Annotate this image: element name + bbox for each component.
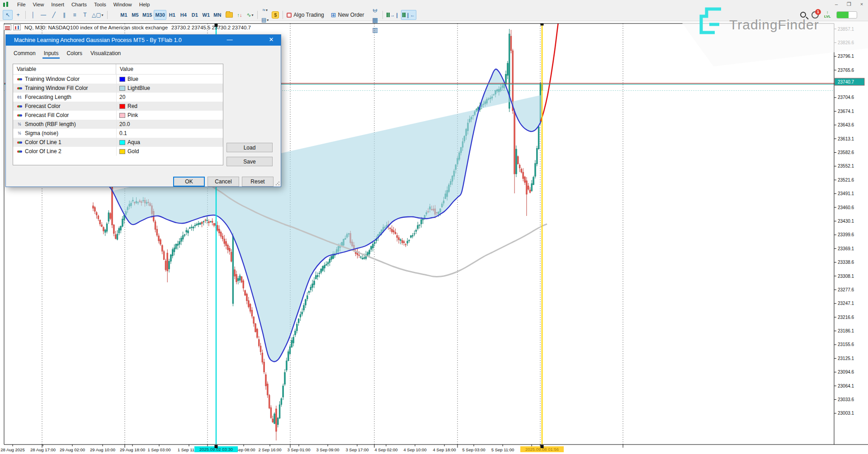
tab-colors[interactable]: Colors bbox=[62, 49, 86, 59]
menu-item-tools[interactable]: Tools bbox=[90, 1, 110, 8]
menu-item-view[interactable]: View bbox=[29, 1, 48, 8]
ok-button[interactable]: OK bbox=[173, 177, 205, 187]
menu-item-help[interactable]: Help bbox=[136, 1, 154, 8]
svg-text:3 Sep 01:00: 3 Sep 01:00 bbox=[287, 447, 310, 452]
dialog-close-button[interactable]: ✕ bbox=[264, 35, 278, 46]
param-value[interactable]: Aqua bbox=[127, 139, 140, 145]
timeframe-h4-button[interactable]: H4 bbox=[178, 10, 189, 20]
indicators-button[interactable]: ∿▾ bbox=[245, 10, 255, 20]
svg-text:29 Aug 02:00: 29 Aug 02:00 bbox=[60, 447, 85, 452]
param-value[interactable]: Gold bbox=[127, 148, 139, 154]
menu-item-charts[interactable]: Charts bbox=[68, 1, 90, 8]
shift-end-button[interactable]: →❘ bbox=[385, 10, 401, 20]
svg-text:23033.6: 23033.6 bbox=[838, 397, 854, 402]
reset-button[interactable]: Reset bbox=[242, 177, 274, 187]
timeframe-mn-button[interactable]: MN bbox=[212, 10, 223, 20]
new-order-button[interactable]: ⊞ New Order bbox=[330, 10, 366, 20]
fibonacci-icon: ≡ bbox=[73, 12, 76, 18]
close-button[interactable]: × bbox=[857, 0, 866, 8]
table-row[interactable]: 01Forecasting Length20 bbox=[13, 93, 223, 102]
table-row[interactable]: Forecast ColorRed bbox=[13, 102, 223, 111]
timeframe-h1-button[interactable]: H1 bbox=[167, 10, 178, 20]
algo-trading-icon bbox=[287, 13, 292, 18]
timeframe-m1-button[interactable]: M1 bbox=[118, 10, 129, 20]
search-icon[interactable] bbox=[800, 12, 806, 18]
table-row[interactable]: ½Smooth (RBF length)20.0 bbox=[13, 120, 223, 129]
time-axis: 28 Aug 202528 Aug 17:0029 Aug 02:0029 Au… bbox=[0, 445, 623, 452]
param-value[interactable]: LightBlue bbox=[127, 85, 150, 91]
channel-button[interactable]: ∥ bbox=[59, 10, 69, 20]
svg-text:23369.1: 23369.1 bbox=[838, 246, 854, 251]
channel-icon: ∥ bbox=[63, 12, 66, 18]
menu-item-window[interactable]: Window bbox=[110, 1, 136, 8]
shapes-button[interactable]: △▢▾ bbox=[90, 10, 105, 20]
level-label: LVL bbox=[824, 14, 831, 19]
one-click-panel-icon[interactable] bbox=[4, 24, 11, 30]
table-row[interactable]: ½Sigma (noise)0.1 bbox=[13, 129, 223, 138]
trendline-button[interactable]: ╱ bbox=[49, 10, 59, 20]
param-value[interactable]: 20.0 bbox=[119, 121, 130, 127]
table-row[interactable]: Training Window ColorBlue bbox=[13, 75, 223, 84]
algo-trading-label: Algo Trading bbox=[293, 12, 324, 18]
restore-button[interactable]: ❐ bbox=[844, 0, 854, 8]
dialog-minimize-button[interactable]: — bbox=[223, 35, 236, 46]
fibonacci-button[interactable]: ≡ bbox=[70, 10, 80, 20]
connection-toggle[interactable] bbox=[836, 11, 857, 19]
table-row[interactable]: Color Of Line 1Aqua bbox=[13, 138, 223, 147]
tab-common[interactable]: Common bbox=[9, 49, 40, 59]
algo-trading-button[interactable]: Algo Trading bbox=[285, 10, 325, 20]
load-button[interactable]: Load bbox=[226, 143, 273, 152]
param-value[interactable]: 20 bbox=[119, 94, 125, 100]
tile-windows-button[interactable]: ▦ bbox=[370, 15, 380, 25]
menu-item-insert[interactable]: Insert bbox=[47, 1, 68, 8]
tile-windows-icon: ▦ bbox=[372, 16, 378, 23]
chart-window-button[interactable]: ▤▾ bbox=[260, 15, 270, 25]
resize-grip[interactable] bbox=[275, 181, 280, 186]
vertical-line-button[interactable]: │ bbox=[28, 10, 38, 20]
one-click-trading-button[interactable]: $ bbox=[270, 10, 280, 20]
timeframe-d1-button[interactable]: D1 bbox=[189, 10, 200, 20]
new-order-icon: ⊞ bbox=[331, 11, 336, 19]
table-row[interactable]: Training Window Fill ColorLightBlue bbox=[13, 84, 223, 93]
param-name: Sigma (noise) bbox=[25, 130, 58, 136]
table-row[interactable]: Color Of Line 2Gold bbox=[13, 147, 223, 156]
chart-ohlc-values: 23730.2 23745.5 23730.2 23740.7 bbox=[171, 25, 251, 30]
cursor-button[interactable]: ↖ bbox=[3, 10, 13, 20]
timeframe-m30-button[interactable]: M30 bbox=[154, 10, 166, 20]
text-tool-button[interactable]: T bbox=[80, 10, 90, 20]
minimize-button[interactable]: – bbox=[832, 0, 841, 8]
color-param-icon bbox=[16, 150, 23, 153]
tab-inputs[interactable]: Inputs bbox=[40, 49, 63, 59]
svg-text:23765.6: 23765.6 bbox=[838, 68, 854, 73]
svg-text:1 Sep 03:00: 1 Sep 03:00 bbox=[147, 447, 170, 452]
timeframe-m15-button[interactable]: M15 bbox=[141, 10, 153, 20]
notification-icon[interactable]: 1 bbox=[811, 11, 819, 19]
save-button[interactable]: Save bbox=[226, 157, 273, 166]
param-value[interactable]: 0.1 bbox=[119, 130, 127, 136]
cancel-button[interactable]: Cancel bbox=[208, 177, 239, 187]
table-row[interactable]: Forecast Fill ColorPink bbox=[13, 111, 223, 120]
column-header-variable: Variable bbox=[13, 64, 116, 74]
svg-text:29 Aug 10:00: 29 Aug 10:00 bbox=[90, 447, 115, 452]
timeframe-w1-button[interactable]: W1 bbox=[201, 10, 212, 20]
crosshair-button[interactable]: + bbox=[13, 10, 23, 20]
param-name: Color Of Line 2 bbox=[25, 148, 61, 154]
param-name: Forecast Fill Color bbox=[25, 112, 69, 118]
open-data-folder-button[interactable] bbox=[224, 10, 234, 20]
arrow-down-icon: ↓ bbox=[240, 13, 242, 17]
svg-text:23491.1: 23491.1 bbox=[838, 191, 854, 196]
menu-item-file[interactable]: File bbox=[14, 1, 29, 8]
auto-scroll-button[interactable]: ❘← bbox=[401, 10, 416, 20]
timeframe-m5-button[interactable]: M5 bbox=[130, 10, 141, 20]
header-status-icons: 1 ↑ LVL bbox=[800, 11, 857, 19]
param-value[interactable]: Blue bbox=[127, 76, 138, 82]
buy-sell-arrows-button[interactable]: ↑ ↓ bbox=[235, 10, 245, 20]
dialog-title-bar[interactable]: Machine Learning Anchored Gaussian Proce… bbox=[6, 35, 281, 46]
horizontal-line-button[interactable]: — bbox=[38, 10, 48, 20]
data-window-button[interactable]: ▥ bbox=[370, 25, 380, 35]
param-value[interactable]: Red bbox=[127, 103, 137, 109]
param-value[interactable]: Pink bbox=[127, 112, 138, 118]
line-handle bbox=[215, 445, 218, 448]
tab-visualization[interactable]: Visualization bbox=[86, 49, 125, 59]
depth-of-market-icon[interactable] bbox=[13, 24, 21, 30]
